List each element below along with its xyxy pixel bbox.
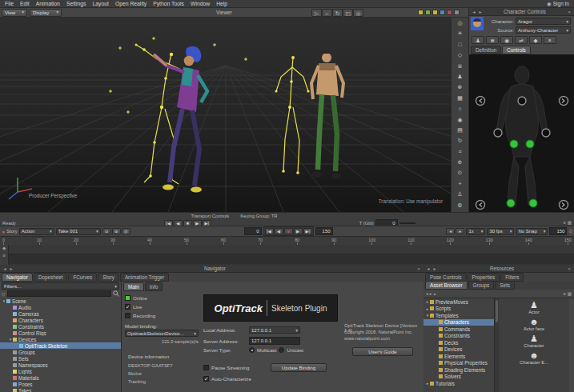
prev-key-icon[interactable]: ◂ [446,228,455,234]
back-icon[interactable]: ◂ [471,9,477,14]
material-icon[interactable]: ◉ [453,114,468,125]
tree-item[interactable]: Poses [0,381,121,387]
tab[interactable]: Main [123,282,144,291]
view-menu-button[interactable]: View ▾ [2,9,27,17]
tab[interactable]: Groups [468,281,495,290]
tree-item[interactable]: Cameras [0,310,121,317]
tab[interactable]: Sets [495,281,515,290]
tab[interactable]: Controls [502,46,530,54]
menu-item[interactable]: Settings [63,0,90,7]
tree-item[interactable]: Groups [0,349,121,355]
lock-icon[interactable] [454,10,460,15]
tree-item[interactable]: Lights [0,368,121,374]
character-rig-view[interactable] [469,54,574,221]
display-menu-button[interactable]: Display ▾ [30,9,62,17]
plot-icon[interactable]: ◉ [500,36,513,44]
tree-item[interactable]: ▾ Templates [423,312,494,319]
record-icon[interactable]: ● [2,229,5,234]
tree-item[interactable]: Constraints [423,333,494,340]
character-select[interactable]: Aragor ▾ [516,18,571,25]
tree-item[interactable]: Audio [0,304,121,310]
pause-streaming-checkbox[interactable] [203,365,209,370]
recording-checkbox[interactable] [125,313,130,318]
tab[interactable]: Navigator [2,273,33,282]
menu-item[interactable]: Help [213,0,231,7]
local-address-select[interactable]: 127.0.0.1▾ [249,326,300,334]
mute-icon[interactable] [447,10,452,15]
filter-icon[interactable] [440,10,445,15]
tree-item[interactable]: Elements [423,353,494,360]
asset-actor[interactable]: ♟ Actor [499,298,569,315]
play-icon[interactable]: ▶ [294,228,303,234]
go-to-start-icon[interactable]: |◀ [265,228,274,234]
tab[interactable]: Dopesheet [34,273,67,282]
play-backward-icon[interactable]: ◀ [275,228,283,234]
auto-key-icon[interactable] [425,10,431,15]
forward-icon[interactable]: ▸ [8,266,14,271]
fps-select[interactable]: 30 fps▾ [487,228,514,235]
texture-icon[interactable]: ▤ [453,125,468,135]
back-icon[interactable]: ◂ [426,290,428,298]
character-thumbnail[interactable] [471,17,484,30]
frame-all-icon[interactable]: ◎ [122,228,130,234]
snap-select[interactable]: No Snap▾ [516,228,548,235]
left-hip-control[interactable] [510,140,518,148]
prev-lower-control[interactable] [476,201,485,210]
add-icon[interactable]: ⊕ [453,157,468,167]
key-icon[interactable] [418,10,423,15]
tab[interactable]: Asset Browser [425,281,468,290]
camera-icon[interactable]: ◎ [453,18,468,28]
solver-icon[interactable]: ⊙ [453,167,468,178]
back-icon[interactable]: ◂ [425,266,432,271]
forward-icon[interactable]: ▸ [477,9,484,14]
next-lower-control[interactable] [560,201,568,210]
next-upper-control[interactable] [560,97,568,106]
online-label[interactable]: Online [133,295,147,301]
take-select[interactable]: Take 001▾ [56,228,101,235]
left-hand-control[interactable] [494,129,502,137]
unicast-radio[interactable] [279,347,284,353]
translate-icon[interactable]: ↔ [322,9,332,17]
constraint-icon[interactable]: ⊗ [453,82,468,92]
left-foot-control[interactable] [507,199,515,207]
track-lane-2[interactable] [9,254,574,264]
server-address-field[interactable]: 127.0.0.1 [249,337,300,345]
character-icon[interactable]: ♟ [453,71,468,82]
tab[interactable]: Animation Trigger [120,273,169,282]
list-icon[interactable]: ≡ [453,146,468,157]
tree-item[interactable]: Takes [0,387,121,392]
go-to-end-icon[interactable]: ▶| [303,228,312,234]
menu-item[interactable]: Window [187,0,213,7]
bone-icon[interactable]: ≣ [453,61,468,71]
tree-item[interactable]: Decks [423,339,494,346]
back-icon[interactable]: ◂ [2,266,8,271]
tree-item[interactable]: Control Rigs [0,330,121,336]
forward-icon[interactable]: ▸ [432,266,438,271]
multicast-radio[interactable] [249,347,255,353]
track-menu-icon[interactable]: ≡ [2,252,5,259]
marker-icon[interactable]: ◇ [453,50,468,60]
tree-item[interactable]: ▸ Tutorials [423,380,494,387]
tree-item[interactable]: ▾ Scene [0,298,121,304]
rotate-icon[interactable]: ↻ [332,9,343,17]
tab[interactable]: FCurves [68,273,97,282]
current-frame-field[interactable]: 150 [549,227,567,235]
plus-icon[interactable]: + [453,178,468,189]
cube-icon[interactable]: □ [453,39,468,50]
playback-speed-select[interactable]: 1x▾ [466,228,485,235]
prev-upper-control[interactable] [476,97,485,106]
select-icon[interactable]: ▷ [311,9,322,17]
tree-item[interactable]: ▸ Scripts [423,306,494,313]
menu-item[interactable]: Animation [33,0,63,7]
rotation-icon[interactable]: ↻ [453,135,468,146]
mirror-icon[interactable]: ⇄ [515,36,528,44]
list-view-icon[interactable]: ≡ [564,290,566,298]
live-checkbox[interactable] [125,304,130,310]
tree-item[interactable]: Solvers [423,374,494,381]
pose-icon[interactable]: ♙ [453,189,468,199]
viewport-canvas[interactable]: Producer Perspective Translation: Use ma… [0,18,451,212]
filter-funnel-icon[interactable]: ▽ [2,291,6,297]
up-icon[interactable]: ▴ [434,290,436,298]
filters-select[interactable]: Filters...▾ [2,282,119,290]
search-input[interactable] [7,290,111,297]
